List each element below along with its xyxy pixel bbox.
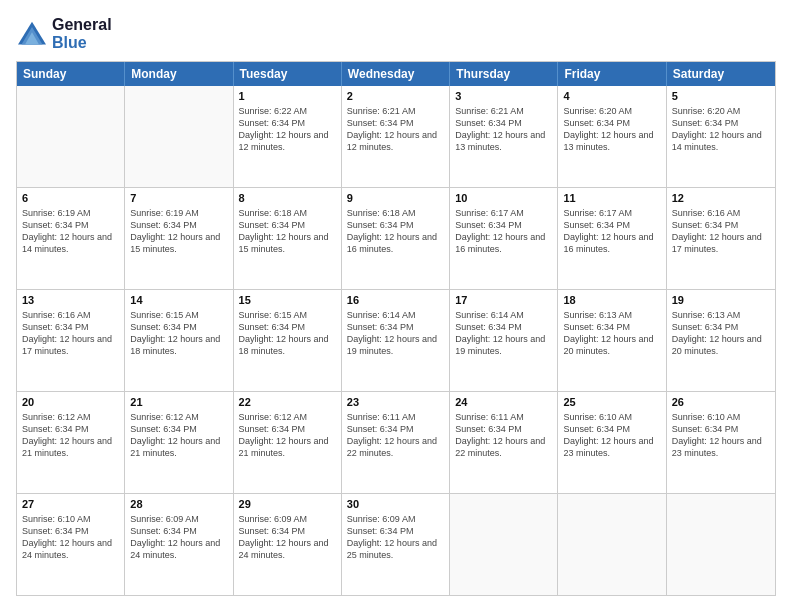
logo-line2: Blue [52,34,112,52]
calendar-cell: 15Sunrise: 6:15 AMSunset: 6:34 PMDayligh… [234,290,342,391]
day-info: Sunrise: 6:10 AMSunset: 6:34 PMDaylight:… [672,411,770,460]
calendar-cell: 23Sunrise: 6:11 AMSunset: 6:34 PMDayligh… [342,392,450,493]
calendar-cell: 8Sunrise: 6:18 AMSunset: 6:34 PMDaylight… [234,188,342,289]
calendar-cell: 21Sunrise: 6:12 AMSunset: 6:34 PMDayligh… [125,392,233,493]
day-info: Sunrise: 6:13 AMSunset: 6:34 PMDaylight:… [672,309,770,358]
day-info: Sunrise: 6:20 AMSunset: 6:34 PMDaylight:… [672,105,770,154]
calendar-cell: 29Sunrise: 6:09 AMSunset: 6:34 PMDayligh… [234,494,342,595]
calendar-cell: 14Sunrise: 6:15 AMSunset: 6:34 PMDayligh… [125,290,233,391]
weekday-header: Saturday [667,62,775,86]
day-number: 27 [22,497,119,512]
day-number: 24 [455,395,552,410]
weekday-header: Friday [558,62,666,86]
day-info: Sunrise: 6:16 AMSunset: 6:34 PMDaylight:… [672,207,770,256]
day-info: Sunrise: 6:22 AMSunset: 6:34 PMDaylight:… [239,105,336,154]
calendar-cell: 3Sunrise: 6:21 AMSunset: 6:34 PMDaylight… [450,86,558,187]
day-info: Sunrise: 6:10 AMSunset: 6:34 PMDaylight:… [22,513,119,562]
day-info: Sunrise: 6:11 AMSunset: 6:34 PMDaylight:… [347,411,444,460]
calendar-cell [17,86,125,187]
day-number: 18 [563,293,660,308]
day-info: Sunrise: 6:12 AMSunset: 6:34 PMDaylight:… [130,411,227,460]
day-info: Sunrise: 6:21 AMSunset: 6:34 PMDaylight:… [455,105,552,154]
day-number: 30 [347,497,444,512]
calendar-cell: 17Sunrise: 6:14 AMSunset: 6:34 PMDayligh… [450,290,558,391]
day-number: 12 [672,191,770,206]
calendar-row: 27Sunrise: 6:10 AMSunset: 6:34 PMDayligh… [17,493,775,595]
weekday-header: Monday [125,62,233,86]
day-info: Sunrise: 6:14 AMSunset: 6:34 PMDaylight:… [347,309,444,358]
day-number: 16 [347,293,444,308]
calendar-cell: 5Sunrise: 6:20 AMSunset: 6:34 PMDaylight… [667,86,775,187]
day-number: 13 [22,293,119,308]
day-info: Sunrise: 6:15 AMSunset: 6:34 PMDaylight:… [239,309,336,358]
day-info: Sunrise: 6:09 AMSunset: 6:34 PMDaylight:… [130,513,227,562]
day-info: Sunrise: 6:09 AMSunset: 6:34 PMDaylight:… [347,513,444,562]
day-number: 29 [239,497,336,512]
day-info: Sunrise: 6:10 AMSunset: 6:34 PMDaylight:… [563,411,660,460]
calendar-cell: 20Sunrise: 6:12 AMSunset: 6:34 PMDayligh… [17,392,125,493]
calendar-row: 6Sunrise: 6:19 AMSunset: 6:34 PMDaylight… [17,187,775,289]
calendar-cell: 16Sunrise: 6:14 AMSunset: 6:34 PMDayligh… [342,290,450,391]
calendar-cell: 30Sunrise: 6:09 AMSunset: 6:34 PMDayligh… [342,494,450,595]
day-number: 9 [347,191,444,206]
calendar-cell: 7Sunrise: 6:19 AMSunset: 6:34 PMDaylight… [125,188,233,289]
calendar-cell: 1Sunrise: 6:22 AMSunset: 6:34 PMDaylight… [234,86,342,187]
calendar-cell [558,494,666,595]
calendar-cell: 6Sunrise: 6:19 AMSunset: 6:34 PMDaylight… [17,188,125,289]
calendar-cell: 9Sunrise: 6:18 AMSunset: 6:34 PMDaylight… [342,188,450,289]
day-number: 17 [455,293,552,308]
day-info: Sunrise: 6:19 AMSunset: 6:34 PMDaylight:… [22,207,119,256]
calendar-cell: 10Sunrise: 6:17 AMSunset: 6:34 PMDayligh… [450,188,558,289]
calendar-cell: 28Sunrise: 6:09 AMSunset: 6:34 PMDayligh… [125,494,233,595]
day-info: Sunrise: 6:17 AMSunset: 6:34 PMDaylight:… [563,207,660,256]
day-info: Sunrise: 6:11 AMSunset: 6:34 PMDaylight:… [455,411,552,460]
calendar-row: 1Sunrise: 6:22 AMSunset: 6:34 PMDaylight… [17,86,775,187]
calendar-cell [667,494,775,595]
day-number: 25 [563,395,660,410]
day-info: Sunrise: 6:20 AMSunset: 6:34 PMDaylight:… [563,105,660,154]
calendar-cell: 4Sunrise: 6:20 AMSunset: 6:34 PMDaylight… [558,86,666,187]
day-info: Sunrise: 6:17 AMSunset: 6:34 PMDaylight:… [455,207,552,256]
calendar-cell: 25Sunrise: 6:10 AMSunset: 6:34 PMDayligh… [558,392,666,493]
weekday-header: Wednesday [342,62,450,86]
calendar-row: 20Sunrise: 6:12 AMSunset: 6:34 PMDayligh… [17,391,775,493]
day-number: 22 [239,395,336,410]
day-number: 1 [239,89,336,104]
calendar-cell: 13Sunrise: 6:16 AMSunset: 6:34 PMDayligh… [17,290,125,391]
calendar-row: 13Sunrise: 6:16 AMSunset: 6:34 PMDayligh… [17,289,775,391]
day-number: 6 [22,191,119,206]
calendar-cell: 27Sunrise: 6:10 AMSunset: 6:34 PMDayligh… [17,494,125,595]
day-number: 26 [672,395,770,410]
day-info: Sunrise: 6:14 AMSunset: 6:34 PMDaylight:… [455,309,552,358]
logo: General Blue [16,16,112,51]
day-info: Sunrise: 6:21 AMSunset: 6:34 PMDaylight:… [347,105,444,154]
day-info: Sunrise: 6:12 AMSunset: 6:34 PMDaylight:… [239,411,336,460]
day-info: Sunrise: 6:18 AMSunset: 6:34 PMDaylight:… [347,207,444,256]
day-info: Sunrise: 6:13 AMSunset: 6:34 PMDaylight:… [563,309,660,358]
day-number: 14 [130,293,227,308]
day-info: Sunrise: 6:18 AMSunset: 6:34 PMDaylight:… [239,207,336,256]
day-number: 4 [563,89,660,104]
weekday-header: Sunday [17,62,125,86]
day-number: 2 [347,89,444,104]
day-info: Sunrise: 6:19 AMSunset: 6:34 PMDaylight:… [130,207,227,256]
calendar: SundayMondayTuesdayWednesdayThursdayFrid… [16,61,776,596]
day-number: 21 [130,395,227,410]
logo-icon [16,20,48,48]
day-number: 23 [347,395,444,410]
calendar-cell: 22Sunrise: 6:12 AMSunset: 6:34 PMDayligh… [234,392,342,493]
day-number: 20 [22,395,119,410]
day-info: Sunrise: 6:15 AMSunset: 6:34 PMDaylight:… [130,309,227,358]
calendar-cell [125,86,233,187]
calendar-cell: 11Sunrise: 6:17 AMSunset: 6:34 PMDayligh… [558,188,666,289]
day-number: 28 [130,497,227,512]
day-number: 8 [239,191,336,206]
day-info: Sunrise: 6:12 AMSunset: 6:34 PMDaylight:… [22,411,119,460]
calendar-cell: 2Sunrise: 6:21 AMSunset: 6:34 PMDaylight… [342,86,450,187]
calendar-cell: 19Sunrise: 6:13 AMSunset: 6:34 PMDayligh… [667,290,775,391]
day-number: 10 [455,191,552,206]
day-info: Sunrise: 6:16 AMSunset: 6:34 PMDaylight:… [22,309,119,358]
calendar-cell [450,494,558,595]
day-number: 3 [455,89,552,104]
logo-line1: General [52,16,112,34]
